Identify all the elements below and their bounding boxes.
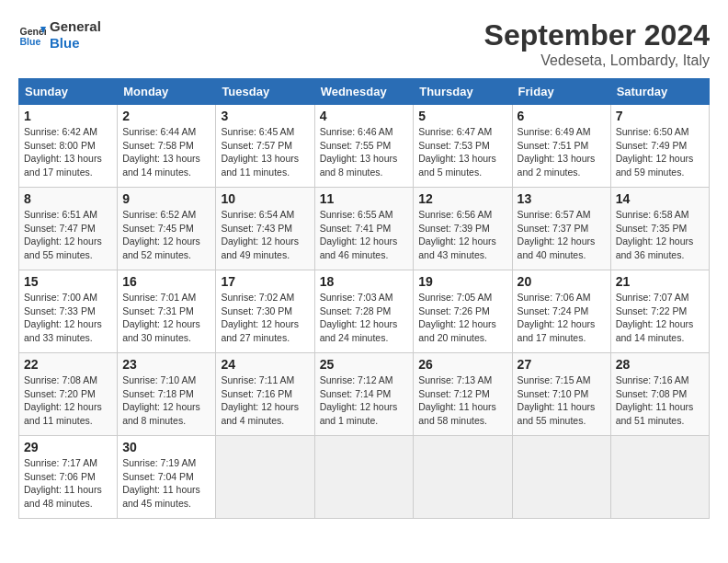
day-number: 4 <box>320 109 409 123</box>
logo: General Blue General Blue <box>18 18 101 52</box>
calendar-cell: 29 Sunrise: 7:17 AM Sunset: 7:06 PM Dayl… <box>19 436 118 519</box>
page-header: General Blue General Blue September 2024… <box>18 18 710 69</box>
day-info: Sunrise: 6:49 AM Sunset: 7:51 PM Dayligh… <box>518 125 606 179</box>
month-title: September 2024 <box>484 18 710 52</box>
day-info: Sunrise: 7:19 AM Sunset: 7:04 PM Dayligh… <box>122 456 210 511</box>
svg-text:Blue: Blue <box>20 36 41 47</box>
day-number: 7 <box>616 109 704 123</box>
calendar-cell <box>414 436 512 519</box>
day-number: 18 <box>320 274 409 289</box>
day-info: Sunrise: 7:13 AM Sunset: 7:12 PM Dayligh… <box>418 373 506 428</box>
day-info: Sunrise: 6:55 AM Sunset: 7:41 PM Dayligh… <box>320 208 409 262</box>
day-number: 9 <box>122 191 210 206</box>
day-number: 23 <box>122 357 210 372</box>
day-info: Sunrise: 7:10 AM Sunset: 7:18 PM Dayligh… <box>122 373 210 428</box>
col-thursday: Thursday <box>414 79 512 105</box>
calendar-cell: 23 Sunrise: 7:10 AM Sunset: 7:18 PM Dayl… <box>118 353 216 436</box>
logo-icon: General Blue <box>18 21 46 49</box>
day-info: Sunrise: 6:52 AM Sunset: 7:45 PM Dayligh… <box>122 208 210 262</box>
day-number: 17 <box>221 274 309 289</box>
day-info: Sunrise: 6:58 AM Sunset: 7:35 PM Dayligh… <box>616 208 704 262</box>
day-info: Sunrise: 6:57 AM Sunset: 7:37 PM Dayligh… <box>518 208 606 262</box>
calendar-cell: 20 Sunrise: 7:06 AM Sunset: 7:24 PM Dayl… <box>512 270 610 353</box>
day-info: Sunrise: 7:05 AM Sunset: 7:26 PM Dayligh… <box>418 291 506 345</box>
calendar-cell: 7 Sunrise: 6:50 AM Sunset: 7:49 PM Dayli… <box>610 105 709 188</box>
calendar-cell: 13 Sunrise: 6:57 AM Sunset: 7:37 PM Dayl… <box>512 188 610 270</box>
calendar-cell <box>610 436 709 519</box>
day-number: 29 <box>24 440 112 454</box>
calendar-cell: 9 Sunrise: 6:52 AM Sunset: 7:45 PM Dayli… <box>118 188 216 270</box>
calendar-cell: 3 Sunrise: 6:45 AM Sunset: 7:57 PM Dayli… <box>216 105 314 188</box>
day-number: 26 <box>418 357 506 372</box>
col-monday: Monday <box>118 79 216 105</box>
day-number: 22 <box>24 357 112 372</box>
day-number: 12 <box>418 191 506 206</box>
location: Vedeseta, Lombardy, Italy <box>484 52 710 69</box>
day-info: Sunrise: 6:46 AM Sunset: 7:55 PM Dayligh… <box>320 125 409 179</box>
day-info: Sunrise: 7:01 AM Sunset: 7:31 PM Dayligh… <box>122 291 210 345</box>
day-number: 15 <box>24 274 112 289</box>
calendar-cell: 15 Sunrise: 7:00 AM Sunset: 7:33 PM Dayl… <box>19 270 118 353</box>
calendar-cell: 22 Sunrise: 7:08 AM Sunset: 7:20 PM Dayl… <box>19 353 118 436</box>
day-number: 16 <box>122 274 210 289</box>
calendar-cell: 4 Sunrise: 6:46 AM Sunset: 7:55 PM Dayli… <box>314 105 414 188</box>
calendar-cell: 27 Sunrise: 7:15 AM Sunset: 7:10 PM Dayl… <box>512 353 610 436</box>
day-info: Sunrise: 6:45 AM Sunset: 7:57 PM Dayligh… <box>221 125 309 179</box>
day-number: 10 <box>221 191 309 206</box>
day-number: 28 <box>616 357 704 372</box>
calendar-cell: 14 Sunrise: 6:58 AM Sunset: 7:35 PM Dayl… <box>610 188 709 270</box>
day-info: Sunrise: 6:51 AM Sunset: 7:47 PM Dayligh… <box>24 208 112 262</box>
col-sunday: Sunday <box>19 79 118 105</box>
day-number: 21 <box>616 274 704 289</box>
col-tuesday: Tuesday <box>216 79 314 105</box>
day-info: Sunrise: 7:00 AM Sunset: 7:33 PM Dayligh… <box>24 291 112 345</box>
calendar-cell: 1 Sunrise: 6:42 AM Sunset: 8:00 PM Dayli… <box>19 105 118 188</box>
day-info: Sunrise: 7:03 AM Sunset: 7:28 PM Dayligh… <box>320 291 409 345</box>
calendar-cell: 2 Sunrise: 6:44 AM Sunset: 7:58 PM Dayli… <box>118 105 216 188</box>
title-block: September 2024 Vedeseta, Lombardy, Italy <box>484 18 710 69</box>
calendar-cell: 25 Sunrise: 7:12 AM Sunset: 7:14 PM Dayl… <box>314 353 414 436</box>
day-info: Sunrise: 7:07 AM Sunset: 7:22 PM Dayligh… <box>616 291 704 345</box>
day-number: 27 <box>518 357 606 372</box>
calendar-cell: 5 Sunrise: 6:47 AM Sunset: 7:53 PM Dayli… <box>414 105 512 188</box>
calendar-cell: 30 Sunrise: 7:19 AM Sunset: 7:04 PM Dayl… <box>118 436 216 519</box>
calendar-table: Sunday Monday Tuesday Wednesday Thursday… <box>18 78 710 519</box>
day-number: 19 <box>418 274 506 289</box>
day-number: 6 <box>518 109 606 123</box>
calendar-cell: 24 Sunrise: 7:11 AM Sunset: 7:16 PM Dayl… <box>216 353 314 436</box>
day-number: 14 <box>616 191 704 206</box>
calendar-cell <box>216 436 314 519</box>
calendar-cell: 6 Sunrise: 6:49 AM Sunset: 7:51 PM Dayli… <box>512 105 610 188</box>
day-number: 13 <box>518 191 606 206</box>
day-number: 1 <box>24 109 112 123</box>
day-info: Sunrise: 6:47 AM Sunset: 7:53 PM Dayligh… <box>418 125 506 179</box>
day-number: 8 <box>24 191 112 206</box>
day-info: Sunrise: 6:44 AM Sunset: 7:58 PM Dayligh… <box>122 125 210 179</box>
day-info: Sunrise: 7:15 AM Sunset: 7:10 PM Dayligh… <box>518 373 606 428</box>
day-number: 24 <box>221 357 309 372</box>
day-number: 20 <box>518 274 606 289</box>
col-wednesday: Wednesday <box>314 79 414 105</box>
calendar-cell: 28 Sunrise: 7:16 AM Sunset: 7:08 PM Dayl… <box>610 353 709 436</box>
day-info: Sunrise: 7:16 AM Sunset: 7:08 PM Dayligh… <box>616 373 704 428</box>
day-number: 2 <box>122 109 210 123</box>
calendar-cell: 11 Sunrise: 6:55 AM Sunset: 7:41 PM Dayl… <box>314 188 414 270</box>
day-info: Sunrise: 6:54 AM Sunset: 7:43 PM Dayligh… <box>221 208 309 262</box>
header-row: Sunday Monday Tuesday Wednesday Thursday… <box>19 79 710 105</box>
day-number: 5 <box>418 109 506 123</box>
day-info: Sunrise: 7:12 AM Sunset: 7:14 PM Dayligh… <box>320 373 409 428</box>
calendar-cell: 10 Sunrise: 6:54 AM Sunset: 7:43 PM Dayl… <box>216 188 314 270</box>
day-info: Sunrise: 7:06 AM Sunset: 7:24 PM Dayligh… <box>518 291 606 345</box>
day-number: 25 <box>320 357 409 372</box>
day-info: Sunrise: 7:17 AM Sunset: 7:06 PM Dayligh… <box>24 456 112 511</box>
calendar-cell: 21 Sunrise: 7:07 AM Sunset: 7:22 PM Dayl… <box>610 270 709 353</box>
day-info: Sunrise: 6:42 AM Sunset: 8:00 PM Dayligh… <box>24 125 112 179</box>
calendar-cell: 16 Sunrise: 7:01 AM Sunset: 7:31 PM Dayl… <box>118 270 216 353</box>
day-info: Sunrise: 7:08 AM Sunset: 7:20 PM Dayligh… <box>24 373 112 428</box>
calendar-cell: 8 Sunrise: 6:51 AM Sunset: 7:47 PM Dayli… <box>19 188 118 270</box>
day-info: Sunrise: 7:11 AM Sunset: 7:16 PM Dayligh… <box>221 373 309 428</box>
calendar-cell: 17 Sunrise: 7:02 AM Sunset: 7:30 PM Dayl… <box>216 270 314 353</box>
week-row-1: 1 Sunrise: 6:42 AM Sunset: 8:00 PM Dayli… <box>19 105 710 188</box>
calendar-cell <box>314 436 414 519</box>
col-saturday: Saturday <box>610 79 709 105</box>
